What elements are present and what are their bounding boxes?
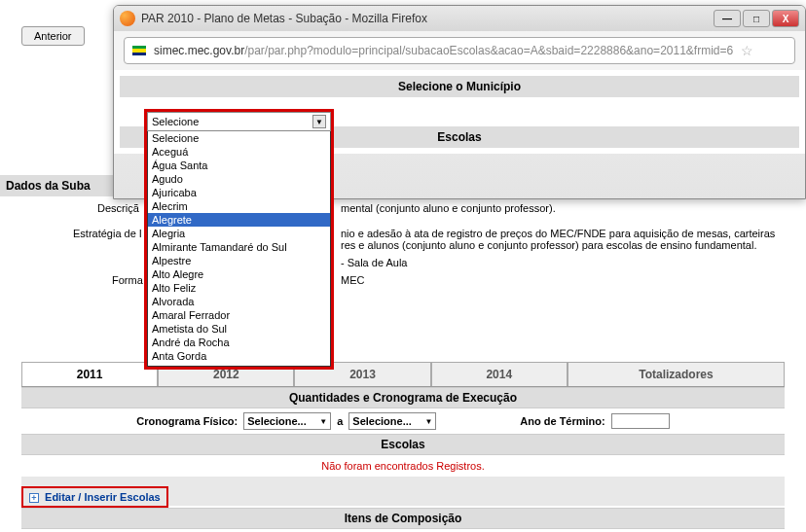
titlebar: PAR 2010 - Plano de Metas - Subação - Mo… <box>114 6 805 31</box>
option-agudo[interactable]: Agudo <box>148 172 330 186</box>
cronograma-label: Cronograma Físico: <box>136 415 238 427</box>
cronograma-a: a <box>337 415 343 427</box>
option-alecrim[interactable]: Alecrim <box>148 199 330 213</box>
address-row: simec.mec.gov.br/par/par.php?modulo=prin… <box>114 31 805 70</box>
editar-inserir-escolas-link[interactable]: Editar / Inserir Escolas <box>45 491 161 503</box>
url-domain: simec.mec.gov.br <box>154 44 244 57</box>
option-almirante[interactable]: Almirante Tamandaré do Sul <box>148 240 330 254</box>
minimize-button[interactable]: — <box>714 10 741 27</box>
maximize-button[interactable]: □ <box>743 10 770 27</box>
close-button[interactable]: X <box>772 10 799 27</box>
municipio-option-list[interactable]: Selecione Aceguá Água Santa Agudo Ajuric… <box>147 131 331 367</box>
chevron-down-icon: ▼ <box>424 417 432 426</box>
tab-totalizadores[interactable]: Totalizadores <box>568 362 785 386</box>
estrategia-text2: res e alunos (conjunto aluno e conjunto … <box>19 239 787 251</box>
option-ametista[interactable]: Ametista do Sul <box>148 322 330 336</box>
plus-icon[interactable]: + <box>29 493 39 503</box>
option-alvorada[interactable]: Alvorada <box>148 295 330 308</box>
tab-2011[interactable]: 2011 <box>21 362 158 386</box>
anterior-button[interactable]: Anterior <box>21 26 85 46</box>
option-alegrete[interactable]: Alegrete <box>148 213 330 227</box>
option-agua-santa[interactable]: Água Santa <box>148 159 330 172</box>
year-tabs: 2011 2012 2013 2014 Totalizadores <box>21 362 785 387</box>
no-records-message: Não foram encontrados Registros. <box>21 455 785 477</box>
cronograma-row: Cronograma Físico: Selecione...▼ a Selec… <box>21 408 785 434</box>
itens-composicao-header: Itens de Composição <box>21 508 785 529</box>
option-antonio-prado[interactable]: Antônio Prado <box>148 363 330 367</box>
window-title: PAR 2010 - Plano de Metas - Subação - Mo… <box>141 12 714 25</box>
escolas-section-header: Escolas <box>21 434 785 455</box>
site-flag-icon <box>132 46 146 55</box>
option-ajuricaba[interactable]: Ajuricaba <box>148 186 330 199</box>
option-anta-gorda[interactable]: Anta Gorda <box>148 349 330 363</box>
sala-aula-text: - Sala de Aula <box>19 257 787 268</box>
descricao-label: Descriçã <box>97 202 139 214</box>
option-alpestre[interactable]: Alpestre <box>148 254 330 267</box>
quantidades-header: Quantidades e Cronograma de Execução <box>21 387 785 408</box>
select-value: Selecione <box>152 116 199 127</box>
option-selecione[interactable]: Selecione <box>148 131 330 145</box>
selecione-municipio-header: Selecione o Município <box>120 76 799 97</box>
chevron-down-icon[interactable]: ▼ <box>312 115 326 128</box>
option-amaral[interactable]: Amaral Ferrador <box>148 308 330 322</box>
forma-label: Forma <box>112 274 143 286</box>
firefox-icon <box>120 11 135 26</box>
tab-2014[interactable]: 2014 <box>431 362 568 386</box>
option-alto-feliz[interactable]: Alto Feliz <box>148 281 330 295</box>
municipio-select[interactable]: Selecione ▼ <box>147 112 331 131</box>
editar-highlight: + Editar / Inserir Escolas <box>21 486 168 508</box>
cronograma-select-start[interactable]: Selecione...▼ <box>243 412 331 430</box>
option-alegria[interactable]: Alegria <box>148 227 330 240</box>
url-path: /par/par.php?modulo=principal/subacaoEsc… <box>244 44 733 57</box>
ano-termino-label: Ano de Término: <box>520 415 604 427</box>
municipio-dropdown-highlight: Selecione ▼ Selecione Aceguá Água Santa … <box>144 109 334 370</box>
chevron-down-icon: ▼ <box>319 417 327 426</box>
address-bar[interactable]: simec.mec.gov.br/par/par.php?modulo=prin… <box>124 37 795 64</box>
option-andre[interactable]: André da Rocha <box>148 336 330 349</box>
option-acegua[interactable]: Aceguá <box>148 145 330 159</box>
estrategia-label: Estratégia de I <box>73 228 142 239</box>
cronograma-select-end[interactable]: Selecione...▼ <box>348 412 436 430</box>
ano-termino-input[interactable] <box>611 413 670 429</box>
bookmark-star-icon[interactable]: ☆ <box>741 43 753 58</box>
option-alto-alegre[interactable]: Alto Alegre <box>148 267 330 281</box>
